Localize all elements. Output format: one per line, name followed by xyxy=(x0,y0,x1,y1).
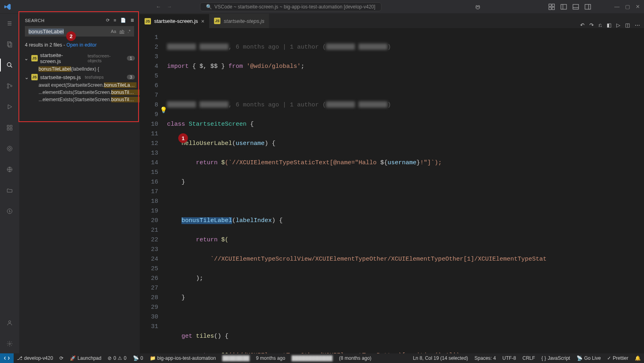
result-line[interactable]: bonusTileLabel(labelIndex) { xyxy=(19,65,140,73)
svg-point-24 xyxy=(7,146,12,151)
eol[interactable]: CRLF xyxy=(519,355,538,361)
search-sidebar: SEARCH ⟳ ≡ 📄 ≣ bonusTileLabel Aa ab .* 4… xyxy=(19,14,140,353)
js-file-icon: JS xyxy=(214,18,220,24)
clear-icon[interactable]: ≡ xyxy=(114,18,116,23)
project-status[interactable]: 📁 big-app-ios-test-automation xyxy=(147,355,219,361)
nav-forward-icon[interactable]: → xyxy=(167,4,172,10)
prettier-status[interactable]: ✓ Prettier xyxy=(604,355,632,361)
chevron-down-icon: ⌄ xyxy=(24,55,29,61)
blame-time-2: (8 months ago) xyxy=(336,355,375,361)
problems-status[interactable]: ⊘ 0 ⚠ 0 xyxy=(104,355,129,361)
svg-rect-20 xyxy=(7,125,9,127)
settings-gear-icon[interactable] xyxy=(4,338,15,349)
collapse-icon[interactable]: ≣ xyxy=(130,18,135,23)
lightbulb-icon[interactable]: 💡 xyxy=(160,106,167,114)
window-close-icon[interactable]: ✕ xyxy=(636,4,640,10)
result-line[interactable]: ...elementExists(StartseiteScreen.bonusT… xyxy=(19,89,140,96)
search-query: bonusTileLabel xyxy=(29,29,64,35)
search-summary: 4 results in 2 files - Open in editor xyxy=(19,39,140,51)
code-editor[interactable]: 1234567891011121314151617181920212223242… xyxy=(140,28,644,353)
menu-icon[interactable]: ☰ xyxy=(4,18,15,29)
title-bar: ← → 🔍 VSCode ~ startseite-screen.js ~ bi… xyxy=(0,0,644,14)
sidebar-title: SEARCH xyxy=(25,18,45,23)
branch-status[interactable]: ⎇ develop-v420 xyxy=(14,355,56,361)
editor-group: JS startseite-screen.js × JS startseite-… xyxy=(140,14,644,353)
indentation[interactable]: Spaces: 4 xyxy=(471,355,499,361)
play-icon[interactable]: ▷ xyxy=(616,22,620,28)
language-mode[interactable]: { } JavaScript xyxy=(538,355,573,361)
result-file[interactable]: ⌄ JS startseite-screen.js test\screen-ob… xyxy=(19,51,140,65)
svg-rect-22 xyxy=(7,128,9,130)
timeline-icon[interactable]: ◧ xyxy=(607,22,611,28)
whole-word[interactable]: ab xyxy=(119,29,124,34)
vscode-logo-icon xyxy=(4,3,11,10)
copilot-icon[interactable] xyxy=(475,4,481,10)
panel-right-icon[interactable] xyxy=(585,4,591,10)
status-bar: ⎇ develop-v420 ⟳ 🚀 Launchpad ⊘ 0 ⚠ 0 📡 0… xyxy=(0,353,644,363)
result-line[interactable]: await expect(StartseiteScreen.bonusTileL… xyxy=(19,82,140,89)
nav-buttons: ← → xyxy=(156,4,172,10)
tab-active[interactable]: JS startseite-screen.js × xyxy=(140,14,209,28)
layout-customize-icon[interactable] xyxy=(548,4,555,10)
folder-icon[interactable] xyxy=(4,185,15,196)
launchpad-status[interactable]: 🚀 Launchpad xyxy=(67,355,104,361)
open-in-editor-link[interactable]: Open in editor xyxy=(66,42,96,48)
svg-point-29 xyxy=(9,343,10,345)
svg-point-28 xyxy=(8,321,10,323)
svg-point-0 xyxy=(476,5,477,7)
svg-rect-13 xyxy=(8,43,12,47)
match-case[interactable]: Aa xyxy=(111,29,116,34)
svg-point-17 xyxy=(7,87,9,88)
account-icon[interactable] xyxy=(4,317,15,328)
svg-point-18 xyxy=(10,85,12,87)
js-file-icon: JS xyxy=(145,18,151,24)
nav-back-icon[interactable]: ← xyxy=(156,4,161,10)
sync-status[interactable]: ⟳ xyxy=(56,355,67,361)
go-back-icon[interactable]: ↶ xyxy=(580,22,585,28)
panel-bottom-icon[interactable] xyxy=(573,4,579,10)
callout-2: 2 xyxy=(66,31,76,41)
svg-point-14 xyxy=(7,63,11,66)
svg-rect-6 xyxy=(561,4,567,9)
svg-marker-19 xyxy=(8,105,12,109)
go-live[interactable]: 📡 Go Live xyxy=(573,355,604,361)
js-file-icon: JS xyxy=(31,55,38,61)
blame-time-1: 9 months ago xyxy=(253,355,289,361)
testing-icon[interactable] xyxy=(4,143,15,154)
run-debug-icon[interactable] xyxy=(4,101,15,112)
explorer-icon[interactable] xyxy=(4,39,15,50)
window-minimize-icon[interactable]: — xyxy=(614,4,620,10)
source-control-icon[interactable] xyxy=(4,80,15,92)
search-activity-icon[interactable] xyxy=(4,59,15,71)
svg-rect-2 xyxy=(549,4,551,6)
svg-rect-3 xyxy=(552,4,554,6)
tab-inactive[interactable]: JS startseite-steps.js xyxy=(209,14,269,28)
compare-icon[interactable]: ⎌ xyxy=(599,22,602,28)
result-line[interactable]: ...elementExists(StartseiteScreen.bonusT… xyxy=(19,96,140,103)
extensions-icon[interactable] xyxy=(4,122,15,133)
split-icon[interactable]: ◫ xyxy=(625,22,630,28)
power-icon[interactable] xyxy=(4,206,15,217)
port-status[interactable]: 📡 0 xyxy=(130,355,147,361)
remote-indicator[interactable] xyxy=(0,353,14,363)
remote-icon[interactable] xyxy=(4,164,15,175)
line-numbers: 1234567891011121314151617181920212223242… xyxy=(140,28,164,353)
search-input[interactable]: bonusTileLabel Aa ab .* xyxy=(25,26,134,37)
panel-left-icon[interactable] xyxy=(560,4,567,10)
refresh-icon[interactable]: ⟳ xyxy=(106,18,110,23)
cursor-position[interactable]: Ln 8, Col 19 (14 selected) xyxy=(410,355,471,361)
command-center[interactable]: 🔍 VSCode ~ startseite-screen.js ~ big-ap… xyxy=(200,2,381,11)
new-file-icon[interactable]: 📄 xyxy=(120,18,126,23)
notifications-icon[interactable]: 🔔 xyxy=(632,355,644,361)
go-forward-icon[interactable]: ↷ xyxy=(589,22,594,28)
regex[interactable]: .* xyxy=(128,29,130,34)
code-content[interactable]: ████████ ████████, 6 months ago | 1 auth… xyxy=(164,28,644,353)
close-tab-icon[interactable]: × xyxy=(201,18,204,24)
svg-rect-23 xyxy=(10,128,12,130)
js-file-icon: JS xyxy=(31,74,38,80)
result-file[interactable]: ⌄ JS startseite-steps.js test\steps 3 xyxy=(19,73,140,82)
encoding[interactable]: UTF-8 xyxy=(499,355,519,361)
svg-rect-8 xyxy=(573,4,579,9)
more-icon[interactable]: ⋯ xyxy=(635,22,640,28)
window-maximize-icon[interactable]: ▢ xyxy=(625,4,630,10)
